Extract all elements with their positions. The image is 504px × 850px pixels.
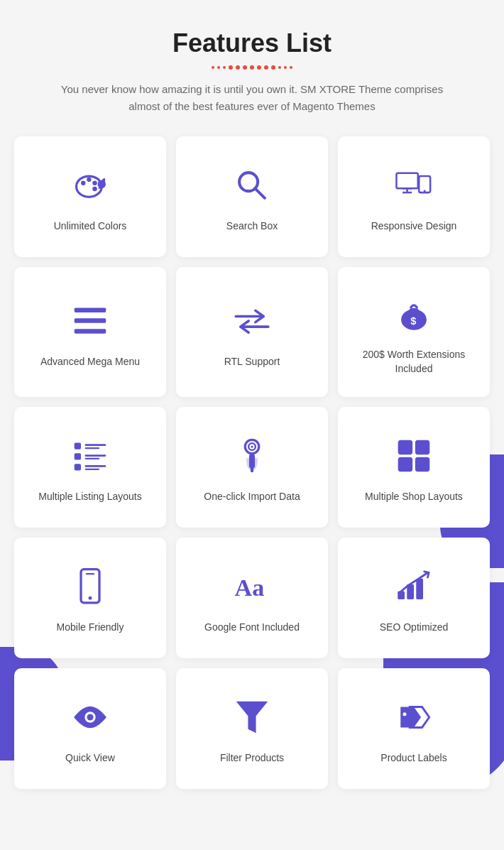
svg-point-4 — [92, 187, 97, 192]
feature-label: Quick View — [65, 751, 115, 765]
feature-card-multiple-shop-layouts: Multiple Shop Layouts — [338, 407, 490, 528]
feature-card-200-worth: $ 200$ Worth Extensions Included — [338, 267, 490, 397]
dot — [284, 66, 287, 69]
feature-card-filter-products: Filter Products — [176, 668, 328, 789]
svg-rect-34 — [249, 454, 255, 469]
page-title: Features List — [14, 28, 490, 58]
touch-icon — [234, 437, 270, 477]
subtitle: You never know how amazing it is until y… — [46, 81, 458, 115]
svg-rect-25 — [75, 454, 81, 460]
menu-icon — [72, 303, 109, 342]
feature-label: Multiple Shop Layouts — [365, 490, 463, 504]
svg-rect-38 — [415, 457, 429, 472]
svg-text:$: $ — [410, 315, 416, 327]
feature-label: Search Box — [226, 219, 278, 234]
dot — [217, 66, 220, 69]
feature-card-search-box: Search Box — [176, 136, 328, 257]
font-icon: Aa — [234, 568, 270, 608]
label-icon — [395, 699, 432, 739]
feature-card-responsive-design: Responsive Design — [338, 136, 490, 257]
dot — [236, 65, 240, 70]
feature-card-unlimited-colors: Unlimited Colors — [14, 136, 166, 257]
search-icon — [234, 167, 270, 207]
svg-text:Aa: Aa — [234, 575, 264, 601]
svg-rect-35 — [398, 440, 412, 454]
feature-card-mobile-friendly: Mobile Friendly — [14, 538, 166, 658]
svg-point-1 — [81, 181, 86, 186]
feature-card-seo-optimized: SEO Optimized — [338, 538, 490, 658]
svg-rect-16 — [75, 329, 106, 334]
dot — [290, 66, 292, 69]
list-layout-icon — [72, 437, 109, 477]
feature-card-product-labels: Product Labels — [338, 668, 490, 789]
feature-card-google-font: Aa Google Font Included — [176, 538, 328, 658]
feature-label: Multiple Listing Layouts — [38, 490, 142, 504]
feature-label: Responsive Design — [371, 219, 457, 234]
svg-point-3 — [92, 181, 97, 186]
svg-point-33 — [251, 446, 253, 448]
mobile-icon — [72, 568, 109, 608]
feature-label: 200$ Worth Extensions Included — [352, 348, 476, 376]
money-bag-icon: $ — [395, 295, 432, 335]
dot — [257, 65, 261, 70]
svg-marker-48 — [236, 702, 268, 734]
svg-point-2 — [87, 178, 92, 182]
svg-rect-14 — [75, 307, 106, 312]
feature-label: One-click Import Data — [204, 490, 300, 504]
filter-icon — [234, 699, 270, 739]
svg-point-49 — [402, 713, 406, 716]
feature-label: Mobile Friendly — [57, 621, 124, 635]
dot — [271, 65, 275, 70]
feature-card-rtl-support: RTL Support — [176, 267, 328, 397]
feature-card-advanced-mega-menu: Advanced Mega Menu — [14, 267, 166, 397]
responsive-icon — [395, 167, 432, 207]
feature-label: RTL Support — [224, 355, 280, 369]
svg-rect-37 — [398, 457, 412, 472]
seo-icon — [395, 568, 432, 608]
svg-rect-27 — [85, 458, 99, 459]
palette-icon — [72, 167, 109, 207]
svg-line-7 — [255, 188, 265, 198]
feature-card-one-click-import: One-click Import Data — [176, 407, 328, 528]
feature-label: Advanced Mega Menu — [40, 355, 140, 369]
svg-rect-20 — [410, 308, 419, 314]
page-container: Features List You never know how amazing… — [0, 0, 504, 817]
svg-point-47 — [87, 714, 93, 721]
feature-label: Product Labels — [380, 751, 447, 765]
svg-rect-26 — [85, 455, 106, 457]
svg-rect-22 — [75, 443, 81, 449]
grid-icon — [395, 437, 432, 477]
feature-card-quick-view: Quick View — [14, 668, 166, 789]
dot — [264, 65, 268, 70]
svg-rect-29 — [85, 465, 106, 467]
svg-point-13 — [424, 190, 426, 192]
dot — [278, 66, 281, 69]
svg-rect-45 — [416, 579, 423, 599]
dot — [212, 66, 214, 69]
feature-card-multiple-listing-layouts: Multiple Listing Layouts — [14, 407, 166, 528]
svg-rect-15 — [75, 318, 106, 323]
svg-rect-28 — [75, 464, 81, 471]
feature-label: Filter Products — [220, 751, 284, 765]
dot — [250, 65, 254, 70]
svg-point-40 — [89, 596, 92, 600]
features-grid: Unlimited Colors Search Box — [14, 136, 490, 789]
feature-label: Google Font Included — [204, 621, 300, 635]
feature-label: SEO Optimized — [380, 621, 448, 635]
dot — [243, 65, 247, 70]
dot-divider — [14, 65, 490, 70]
header-section: Features List You never know how amazing… — [14, 28, 490, 115]
svg-rect-30 — [85, 469, 99, 470]
feature-label: Unlimited Colors — [54, 219, 127, 234]
svg-rect-8 — [396, 173, 417, 189]
svg-rect-24 — [85, 447, 99, 449]
dot — [223, 66, 226, 69]
rtl-icon — [234, 303, 270, 342]
dot — [229, 65, 233, 70]
svg-rect-23 — [85, 445, 106, 447]
svg-rect-36 — [415, 440, 429, 454]
eye-icon — [72, 699, 109, 739]
